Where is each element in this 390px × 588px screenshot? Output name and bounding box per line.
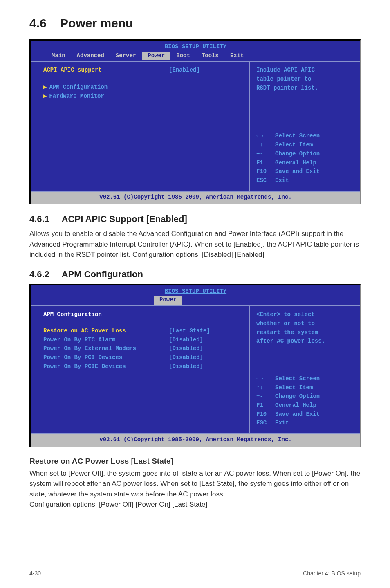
triangle-icon: ▶: [43, 84, 47, 90]
help-line: table pointer to: [256, 75, 354, 84]
key-row: +-Change Option: [256, 392, 354, 401]
section-number: 4.6: [29, 16, 47, 30]
tab-advanced[interactable]: Advanced: [71, 52, 110, 61]
key-symbol: +-: [256, 150, 275, 159]
pcie-devices-row[interactable]: Power On By PCIE Devices[Disabled]: [43, 362, 242, 371]
body-461: Allows you to enable or disable the Adva…: [29, 229, 361, 260]
item-label: ACPI APIC support: [43, 66, 169, 75]
bios-title-bar: BIOS SETUP UTILITY: [31, 285, 360, 296]
tab-power[interactable]: Power: [142, 52, 170, 61]
row-label: Restore on AC Power Loss: [43, 327, 169, 336]
tab-tools[interactable]: Tools: [196, 52, 224, 61]
triangle-icon: ▶: [43, 93, 47, 99]
key-row: ←→Select Screen: [256, 132, 354, 141]
submenu-label: APM Configuration: [49, 84, 108, 90]
restore-body1: When set to [Power Off], the system goes…: [29, 469, 360, 498]
row-label: Power On By RTC Alarm: [43, 336, 169, 345]
key-desc: Exit: [275, 419, 289, 428]
key-symbol: ↑↓: [256, 141, 275, 150]
subsection-462: 4.6.2 APM Configuration: [29, 269, 361, 280]
key-row: F10Save and Exit: [256, 410, 354, 419]
key-desc: Change Option: [275, 150, 320, 159]
key-desc: Save and Exit: [275, 167, 320, 176]
key-symbol: F1: [256, 159, 275, 168]
bios-help-pane: <Enter> to select whether or not to rest…: [249, 305, 360, 433]
subsection-461: 4.6.1 ACPI APIC Support [Enabled]: [29, 214, 361, 224]
row-value: [Last State]: [169, 327, 242, 336]
help-line: RSDT pointer list.: [256, 84, 354, 93]
restore-body2: Configuration options: [Power Off] [Powe…: [29, 500, 207, 508]
restore-body: When set to [Power Off], the system goes…: [29, 468, 361, 510]
help-line: after AC power loss.: [256, 337, 354, 346]
row-value: [Disabled]: [169, 362, 242, 371]
row-value: [Disabled]: [169, 353, 242, 362]
key-desc: Change Option: [275, 392, 320, 401]
tab-power[interactable]: Power: [154, 296, 182, 305]
tab-main[interactable]: Main: [46, 52, 71, 61]
key-desc: Select Screen: [275, 132, 320, 141]
bios-title-bar: BIOS SETUP UTILITY: [31, 41, 360, 52]
key-row: F1General Help: [256, 159, 354, 168]
submenu-label: Hardware Monitor: [49, 93, 104, 99]
rtc-alarm-row[interactable]: Power On By RTC Alarm[Disabled]: [43, 336, 242, 345]
key-hints: ←→Select Screen ↑↓Select Item +-Change O…: [256, 375, 354, 428]
chapter-label: Chapter 4: BIOS setup: [303, 570, 361, 577]
help-line: restart the system: [256, 328, 354, 337]
key-symbol: ←→: [256, 375, 275, 384]
acpi-apic-row[interactable]: ACPI APIC support [Enabled]: [43, 66, 242, 75]
tab-exit[interactable]: Exit: [224, 52, 250, 61]
row-label: Power On By PCIE Devices: [43, 362, 169, 371]
bios-title: BIOS SETUP UTILITY: [165, 288, 226, 294]
tab-server[interactable]: Server: [110, 52, 142, 61]
row-value: [Disabled]: [169, 336, 242, 345]
section-heading: 4.6 Power menu: [29, 16, 361, 30]
bios-tab-row: Power: [31, 296, 360, 305]
key-row: +-Change Option: [256, 150, 354, 159]
key-desc: Select Screen: [275, 375, 320, 384]
key-row: F10Save and Exit: [256, 167, 354, 176]
restore-ac-row[interactable]: Restore on AC Power Loss[Last State]: [43, 327, 242, 336]
key-desc: General Help: [275, 159, 316, 168]
key-symbol: F10: [256, 167, 275, 176]
key-row: ↑↓Select Item: [256, 141, 354, 150]
key-row: ←→Select Screen: [256, 375, 354, 384]
subsection-title: APM Configuration: [62, 269, 143, 279]
bios-title: BIOS SETUP UTILITY: [165, 43, 226, 50]
key-symbol: ↑↓: [256, 384, 275, 393]
tab-boot[interactable]: Boot: [170, 52, 196, 61]
bios-footer: v02.61 (C)Copyright 1985-2009, American …: [31, 191, 360, 204]
key-symbol: ESC: [256, 176, 275, 185]
section-title-text: Power menu: [60, 16, 133, 30]
page-footer: 4-30 Chapter 4: BIOS setup: [29, 566, 361, 577]
row-value: [Disabled]: [169, 344, 242, 353]
submenu-apm[interactable]: ▶APM Configuration: [43, 83, 242, 92]
key-desc: General Help: [275, 401, 316, 410]
key-row: F1General Help: [256, 401, 354, 410]
bios-body: ACPI APIC support [Enabled] ▶APM Configu…: [31, 61, 360, 191]
pci-devices-row[interactable]: Power On By PCI Devices[Disabled]: [43, 353, 242, 362]
key-desc: Save and Exit: [275, 410, 320, 419]
key-symbol: ←→: [256, 132, 275, 141]
page-number: 4-30: [29, 570, 41, 577]
subsection-number: 4.6.2: [29, 269, 49, 279]
key-symbol: ESC: [256, 419, 275, 428]
key-symbol: +-: [256, 392, 275, 401]
key-desc: Select Item: [275, 141, 313, 150]
bios-tab-row: Main Advanced Server Power Boot Tools Ex…: [31, 52, 360, 61]
bios-body: APM Configuration Restore on AC Power Lo…: [31, 305, 360, 433]
key-desc: Exit: [275, 176, 289, 185]
key-desc: Select Item: [275, 384, 313, 393]
submenu-hwmonitor[interactable]: ▶Hardware Monitor: [43, 92, 242, 101]
subsection-title: ACPI APIC Support [Enabled]: [62, 214, 187, 224]
key-hints: ←→Select Screen ↑↓Select Item +-Change O…: [256, 132, 354, 185]
panel-title: APM Configuration: [43, 310, 242, 319]
subsection-number: 4.6.1: [29, 214, 49, 224]
item-value: [Enabled]: [169, 66, 242, 75]
ext-modems-row[interactable]: Power On By External Modems[Disabled]: [43, 344, 242, 353]
key-row: ESCExit: [256, 419, 354, 428]
key-symbol: F1: [256, 401, 275, 410]
bios-left-pane: ACPI APIC support [Enabled] ▶APM Configu…: [31, 61, 249, 191]
bios-screen-power-menu: BIOS SETUP UTILITY Main Advanced Server …: [29, 39, 361, 204]
help-line: <Enter> to select: [256, 310, 354, 319]
key-symbol: F10: [256, 410, 275, 419]
